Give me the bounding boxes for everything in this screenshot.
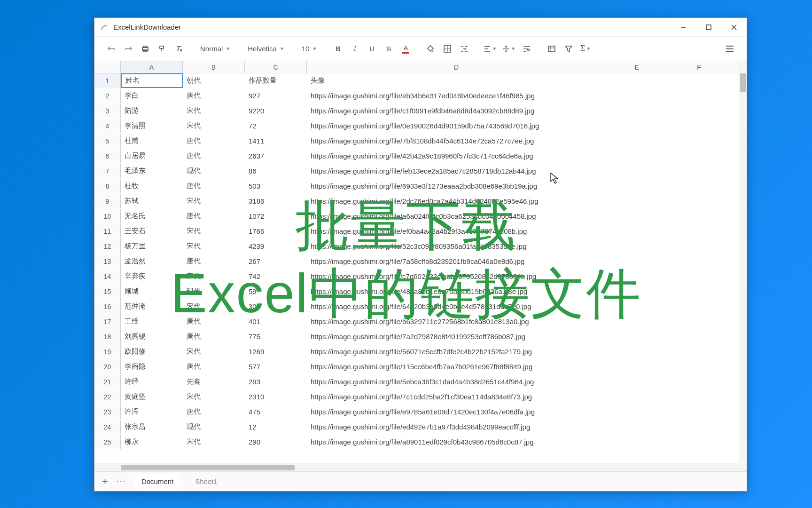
cell-D10[interactable]: https://image.gushimi.org/file/a6a024f84… bbox=[307, 209, 606, 223]
cell-D17[interactable]: https://image.gushimi.org/file/b6329711e… bbox=[307, 314, 606, 329]
cell-C22[interactable]: 2310 bbox=[245, 389, 307, 404]
cell-F23[interactable] bbox=[668, 405, 730, 419]
cell-E3[interactable] bbox=[606, 103, 668, 118]
cell-F12[interactable] bbox=[668, 239, 730, 254]
cell-F20[interactable] bbox=[668, 359, 730, 374]
print-button[interactable] bbox=[138, 41, 153, 56]
cell-A18[interactable]: 刘禹锡 bbox=[121, 329, 183, 344]
align-v-button[interactable]: ▼ bbox=[500, 41, 517, 56]
cell-B6[interactable]: 唐代 bbox=[183, 149, 245, 163]
row-header[interactable]: 11 bbox=[94, 224, 121, 238]
cell-F24[interactable] bbox=[668, 420, 730, 434]
row-header[interactable]: 5 bbox=[94, 134, 121, 148]
cell-E15[interactable] bbox=[606, 284, 668, 299]
cell-A25[interactable]: 柳永 bbox=[121, 435, 183, 449]
row-header[interactable]: 8 bbox=[94, 179, 121, 193]
cell-F21[interactable] bbox=[668, 374, 730, 389]
minimize-button[interactable] bbox=[671, 18, 696, 37]
scroll-thumb[interactable] bbox=[740, 73, 746, 92]
row-header[interactable]: 6 bbox=[94, 149, 121, 163]
col-header-B[interactable]: B bbox=[183, 61, 245, 73]
cell-A22[interactable]: 黄庭坚 bbox=[121, 389, 183, 404]
cell-B13[interactable]: 唐代 bbox=[183, 254, 245, 269]
cell-C25[interactable]: 290 bbox=[245, 435, 307, 449]
font-select[interactable]: Helvetica▼ bbox=[244, 41, 288, 56]
cell-A23[interactable]: 许浑 bbox=[121, 405, 183, 419]
maximize-button[interactable] bbox=[696, 18, 721, 37]
cell-A3[interactable]: 陆游 bbox=[121, 103, 183, 118]
cell-A17[interactable]: 王维 bbox=[121, 314, 183, 329]
cell-D5[interactable]: https://image.gushimi.org/file/7bf8108db… bbox=[307, 134, 606, 148]
cell-E18[interactable] bbox=[606, 329, 668, 344]
cell-A19[interactable]: 欧阳修 bbox=[121, 344, 183, 359]
cell-A5[interactable]: 杜甫 bbox=[121, 134, 183, 148]
cell-B4[interactable]: 宋代 bbox=[183, 119, 245, 133]
cell-E20[interactable] bbox=[606, 359, 668, 374]
cell-F25[interactable] bbox=[668, 435, 730, 449]
cell-D11[interactable]: https://image.gushimi.org/file/ef0ba4a48… bbox=[307, 224, 606, 238]
cell-C9[interactable]: 3186 bbox=[245, 194, 307, 208]
cell-D7[interactable]: https://image.gushimi.org/file/feb13ece2… bbox=[307, 164, 606, 178]
cell-F4[interactable] bbox=[668, 119, 730, 133]
cell-A24[interactable]: 张宗昌 bbox=[121, 420, 183, 434]
cell-A16[interactable]: 范仲淹 bbox=[121, 299, 183, 314]
cell-C6[interactable]: 2637 bbox=[245, 149, 307, 163]
redo-button[interactable] bbox=[121, 41, 136, 56]
cell-E5[interactable] bbox=[606, 134, 668, 148]
cell-F3[interactable] bbox=[668, 103, 730, 118]
cell-A20[interactable]: 李商隐 bbox=[121, 359, 183, 374]
row-header[interactable]: 22 bbox=[94, 389, 121, 404]
cell-E14[interactable] bbox=[606, 269, 668, 284]
menu-button[interactable] bbox=[722, 41, 737, 56]
cell-C10[interactable]: 1072 bbox=[245, 209, 307, 223]
cell-E23[interactable] bbox=[606, 405, 668, 419]
row-header[interactable]: 4 bbox=[94, 119, 121, 133]
cell-A14[interactable]: 辛弃疾 bbox=[121, 269, 183, 284]
cell-A4[interactable]: 李清照 bbox=[121, 119, 183, 133]
cell-B15[interactable]: 现代 bbox=[183, 284, 245, 299]
cell-D13[interactable]: https://image.gushimi.org/file/7a58cffb8… bbox=[307, 254, 606, 269]
sheet-tab-document[interactable]: Document bbox=[135, 474, 180, 489]
cell-A2[interactable]: 李白 bbox=[121, 88, 183, 103]
cell-E4[interactable] bbox=[606, 119, 668, 133]
row-header[interactable]: 12 bbox=[94, 239, 121, 254]
cell-B2[interactable]: 唐代 bbox=[183, 88, 245, 103]
bold-button[interactable]: B bbox=[330, 41, 345, 56]
insert-button[interactable] bbox=[544, 41, 559, 56]
cell-D22[interactable]: https://image.gushimi.org/file/7c1cdd25b… bbox=[307, 389, 606, 404]
cell-B23[interactable]: 唐代 bbox=[183, 405, 245, 419]
cell-A9[interactable]: 苏轼 bbox=[121, 194, 183, 208]
cell-A13[interactable]: 孟浩然 bbox=[121, 254, 183, 269]
cell-D23[interactable]: https://image.gushimi.org/file/e9785a61e… bbox=[307, 405, 606, 419]
cell-F17[interactable] bbox=[668, 314, 730, 329]
cell-F19[interactable] bbox=[668, 344, 730, 359]
cell-A15[interactable]: 顾城 bbox=[121, 284, 183, 299]
cell-C11[interactable]: 1766 bbox=[245, 224, 307, 238]
cell-C5[interactable]: 1411 bbox=[245, 134, 307, 148]
cell-C13[interactable]: 267 bbox=[245, 254, 307, 269]
cell-B1[interactable]: 朝代 bbox=[183, 73, 245, 88]
cell-E19[interactable] bbox=[606, 344, 668, 359]
cell-D4[interactable]: https://image.gushimi.org/file/0e190026d… bbox=[307, 119, 606, 133]
cell-D15[interactable]: https://image.gushimi.org/file/487a80b1e… bbox=[307, 284, 606, 299]
merge-button[interactable] bbox=[457, 41, 472, 56]
cell-B11[interactable]: 宋代 bbox=[183, 224, 245, 238]
titlebar[interactable]: ExcelLinkDownloader bbox=[94, 18, 747, 37]
col-header-F[interactable]: F bbox=[668, 61, 730, 73]
select-all-corner[interactable] bbox=[94, 61, 121, 73]
cell-D18[interactable]: https://image.gushimi.org/file/7a2d79878… bbox=[307, 329, 606, 344]
cell-A10[interactable]: 无名氏 bbox=[121, 209, 183, 223]
cell-C23[interactable]: 475 bbox=[245, 405, 307, 419]
cell-E17[interactable] bbox=[606, 314, 668, 329]
sheet-more-button[interactable]: ··· bbox=[117, 476, 126, 486]
cell-F15[interactable] bbox=[668, 284, 730, 299]
cell-D3[interactable]: https://image.gushimi.org/file/c1f0991e9… bbox=[307, 103, 606, 118]
sheet-tab-sheet1[interactable]: Sheet1 bbox=[188, 474, 224, 489]
cell-B24[interactable]: 现代 bbox=[183, 420, 245, 434]
cell-C4[interactable]: 72 bbox=[245, 119, 307, 133]
cell-F9[interactable] bbox=[668, 194, 730, 208]
cell-C20[interactable]: 577 bbox=[245, 359, 307, 374]
cell-C18[interactable]: 775 bbox=[245, 329, 307, 344]
underline-button[interactable]: U bbox=[364, 41, 379, 56]
cell-B10[interactable]: 唐代 bbox=[183, 209, 245, 223]
